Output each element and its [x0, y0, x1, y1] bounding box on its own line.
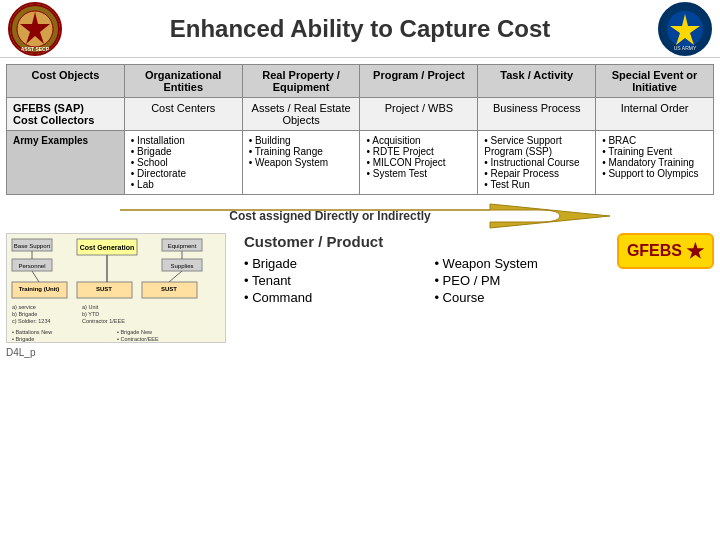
customer-item-course: Course — [434, 290, 608, 305]
col-header-real-property: Real Property / Equipment — [242, 65, 360, 98]
flow-arrow-svg: Cost assigned Directly or Indirectly — [110, 202, 610, 230]
svg-text:b) YTD: b) YTD — [82, 311, 99, 317]
svg-text:Contractor 1/EEE: Contractor 1/EEE — [82, 318, 125, 324]
list-item: MILCON Project — [366, 157, 471, 168]
customer-grid: Brigade Weapon System Tenant PEO / PM Co… — [244, 256, 609, 305]
list-item: Training Event — [602, 146, 707, 157]
list-item: System Test — [366, 168, 471, 179]
svg-text:c) Soldier: 1234: c) Soldier: 1234 — [12, 318, 51, 324]
list-item: RDTE Project — [366, 146, 471, 157]
cost-flow-section: Cost assigned Directly or Indirectly — [0, 199, 720, 233]
table-section: Cost Objects Organizational Entities Rea… — [0, 58, 720, 199]
svg-text:• Brigade New: • Brigade New — [117, 329, 152, 335]
list-item: Repair Process — [484, 168, 589, 179]
customer-item-tenant: Tenant — [244, 273, 418, 288]
logo-right: US ARMY — [658, 2, 712, 56]
customer-item-command: Command — [244, 290, 418, 305]
list-item: Instructional Course — [484, 157, 589, 168]
army-real-property-list: Building Training Range Weapon System — [249, 135, 354, 168]
gfebs-cell-project-wbs: Project / WBS — [360, 98, 478, 131]
page: ASST SECR Enhanced Ability to Capture Co… — [0, 0, 720, 540]
bottom-content: Cost Generation Base Support Equipment P… — [0, 233, 720, 362]
army-cell-ssp: Service Support Program (SSP) Instructio… — [478, 131, 596, 195]
svg-text:• Battalions New: • Battalions New — [12, 329, 52, 335]
list-item: Directorate — [131, 168, 236, 179]
list-item: School — [131, 157, 236, 168]
list-item: Installation — [131, 135, 236, 146]
header: ASST SECR Enhanced Ability to Capture Co… — [0, 0, 720, 58]
list-item: Support to Olympics — [602, 168, 707, 179]
gfebs-star-icon: ★ — [686, 239, 704, 263]
svg-text:a) service: a) service — [12, 304, 36, 310]
customer-product-section: Customer / Product Brigade Weapon System… — [244, 233, 609, 305]
army-task-list: Service Support Program (SSP) Instructio… — [484, 135, 589, 190]
svg-text:a) Unit: a) Unit — [82, 304, 99, 310]
logo-left: ASST SECR — [8, 2, 62, 56]
army-org-list: Installation Brigade School Directorate … — [131, 135, 236, 190]
customer-title: Customer / Product — [244, 233, 609, 250]
customer-item-peo-pm: PEO / PM — [434, 273, 608, 288]
page-title: Enhanced Ability to Capture Cost — [62, 15, 658, 43]
col-header-task: Task / Activity — [478, 65, 596, 98]
gfebs-badge-section: GFEBS ★ — [617, 233, 714, 269]
list-item: Brigade — [131, 146, 236, 157]
col-header-special-event: Special Event or Initiative — [596, 65, 714, 98]
customer-item-brigade: Brigade — [244, 256, 418, 271]
footnote-label: D4L_p — [6, 347, 236, 358]
gfebs-cell-cost-centers: Cost Centers — [124, 98, 242, 131]
army-cell-installation: Installation Brigade School Directorate … — [124, 131, 242, 195]
svg-text:b) Brigade: b) Brigade — [12, 311, 37, 317]
army-examples-label: Army Examples — [7, 131, 125, 195]
army-cell-acquisition: Acquisition RDTE Project MILCON Project … — [360, 131, 478, 195]
arrow-row: Cost assigned Directly or Indirectly — [6, 201, 714, 231]
list-item: Training Range — [249, 146, 354, 157]
col-header-program: Program / Project — [360, 65, 478, 98]
svg-text:Cost Generation: Cost Generation — [80, 244, 134, 251]
svg-text:Training (Unit): Training (Unit) — [19, 286, 60, 292]
army-special-event-list: BRAC Training Event Mandatory Training S… — [602, 135, 707, 179]
svg-text:SUST: SUST — [96, 286, 112, 292]
svg-text:• Brigade: • Brigade — [12, 336, 34, 342]
svg-text:Supplies: Supplies — [170, 263, 193, 269]
list-item: Acquisition — [366, 135, 471, 146]
list-item: Service Support Program (SSP) — [484, 135, 589, 157]
diagram-section: Cost Generation Base Support Equipment P… — [6, 233, 236, 358]
svg-text:Equipment: Equipment — [168, 243, 197, 249]
svg-text:Personnel: Personnel — [18, 263, 45, 269]
svg-text:ASST SECR: ASST SECR — [21, 46, 50, 52]
svg-text:Base Support: Base Support — [14, 243, 51, 249]
gfebs-cell-internal-order: Internal Order — [596, 98, 714, 131]
list-item: BRAC — [602, 135, 707, 146]
gfebs-badge-text: GFEBS — [627, 242, 682, 260]
list-item: Test Run — [484, 179, 589, 190]
main-table: Cost Objects Organizational Entities Rea… — [6, 64, 714, 195]
svg-text:• Contractor/EEE: • Contractor/EEE — [117, 336, 159, 342]
gfebs-cell-business-process: Business Process — [478, 98, 596, 131]
svg-text:SUST: SUST — [161, 286, 177, 292]
diagram-image: Cost Generation Base Support Equipment P… — [6, 233, 226, 343]
svg-text:US ARMY: US ARMY — [674, 45, 697, 51]
col-header-cost-objects: Cost Objects — [7, 65, 125, 98]
army-program-list: Acquisition RDTE Project MILCON Project … — [366, 135, 471, 179]
list-item: Mandatory Training — [602, 157, 707, 168]
gfebs-row-label: GFEBS (SAP)Cost Collectors — [7, 98, 125, 131]
svg-text:Cost assigned Directly or Indi: Cost assigned Directly or Indirectly — [229, 209, 431, 223]
gfebs-row: GFEBS (SAP)Cost Collectors Cost Centers … — [7, 98, 714, 131]
col-header-org-entities: Organizational Entities — [124, 65, 242, 98]
army-cell-building: Building Training Range Weapon System — [242, 131, 360, 195]
army-cell-brac: BRAC Training Event Mandatory Training S… — [596, 131, 714, 195]
list-item: Lab — [131, 179, 236, 190]
customer-item-weapon-system: Weapon System — [434, 256, 608, 271]
army-row: Army Examples Installation Brigade Schoo… — [7, 131, 714, 195]
gfebs-badge: GFEBS ★ — [617, 233, 714, 269]
list-item: Building — [249, 135, 354, 146]
list-item: Weapon System — [249, 157, 354, 168]
diagram-svg: Cost Generation Base Support Equipment P… — [7, 234, 226, 343]
gfebs-cell-assets: Assets / Real Estate Objects — [242, 98, 360, 131]
